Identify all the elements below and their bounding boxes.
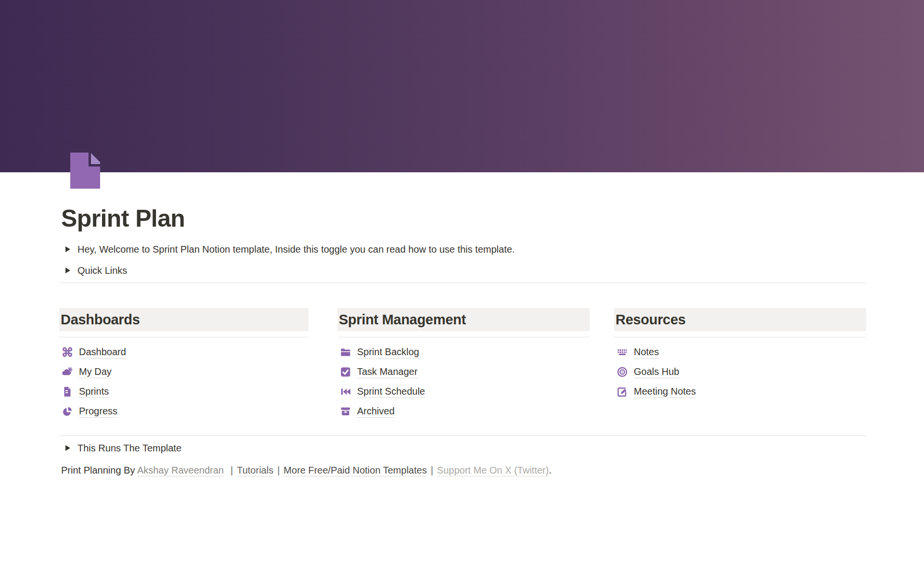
page-link-archived[interactable]: Archived [337, 401, 590, 421]
column-list: Dashboards ⌘ Dashboard [59, 308, 866, 421]
page-link-notes[interactable]: Notes [614, 342, 866, 362]
divider [59, 436, 866, 436]
page-link-sprint-backlog[interactable]: Sprint Backlog [337, 342, 590, 362]
separator: | [273, 465, 283, 475]
separator: | [224, 465, 237, 475]
page-link-sprint-schedule[interactable]: Sprint Schedule [337, 382, 590, 401]
page-link-meeting-notes[interactable]: Meeting Notes [614, 382, 866, 401]
compose-icon [617, 386, 628, 397]
column-dashboards: Dashboards ⌘ Dashboard [59, 308, 308, 421]
toggle-runs-template[interactable]: This Runs The Template [61, 441, 181, 455]
page-content: Sprint Plan Hey, Welcome to Sprint Plan … [59, 0, 866, 577]
column-resources: Resources N [614, 308, 866, 421]
divider [614, 337, 866, 337]
credits-suffix: . [549, 465, 552, 475]
credits-prefix: Print Planning By [61, 465, 137, 475]
checkbox-icon [340, 367, 351, 377]
folder-icon [340, 347, 351, 358]
page-title: Sprint Plan [61, 204, 185, 233]
notion-page: Sprint Plan Hey, Welcome to Sprint Plan … [0, 0, 924, 577]
credits-line: Print Planning By Akshay Raveendran|Tuto… [61, 463, 552, 478]
link-tutorials[interactable]: Tutorials [237, 465, 273, 476]
toggle-welcome[interactable]: Hey, Welcome to Sprint Plan Notion templ… [61, 242, 515, 256]
archive-icon [340, 406, 351, 417]
divider [59, 337, 308, 337]
link-list: Notes Goals Hub [614, 342, 866, 401]
document-icon [62, 386, 73, 397]
section-heading: Sprint Management [337, 308, 590, 331]
toggle-welcome-label: Hey, Welcome to Sprint Plan Notion templ… [77, 242, 515, 256]
pie-chart-icon [62, 406, 73, 417]
column-sprint-management: Sprint Management Sprint Backlog [337, 308, 590, 421]
link-more-templates[interactable]: More Free/Paid Notion Templates [283, 465, 427, 476]
toggle-quick-links-label: Quick Links [77, 263, 127, 278]
page-link-progress[interactable]: Progress [59, 401, 308, 421]
separator: | [427, 465, 437, 475]
command-icon: ⌘ [62, 347, 73, 358]
target-icon [617, 367, 628, 377]
keyboard-icon [617, 347, 628, 358]
link-list: ⌘ Dashboard [59, 342, 308, 421]
section-heading: Resources [614, 308, 866, 331]
rewind-icon [340, 386, 351, 397]
divider [59, 282, 866, 283]
page-link-my-day[interactable]: My Day [59, 362, 308, 382]
toggle-triangle-icon[interactable] [61, 445, 77, 451]
page-link-goals-hub[interactable]: Goals Hub [614, 362, 866, 382]
link-support-twitter[interactable]: Support Me On X (Twitter) [437, 465, 549, 476]
link-list: Sprint Backlog Task Manager [337, 342, 590, 421]
toggle-triangle-icon[interactable] [61, 246, 77, 253]
page-link-dashboard[interactable]: ⌘ Dashboard [59, 342, 308, 362]
link-author[interactable]: Akshay Raveendran [137, 465, 224, 476]
page-link-task-manager[interactable]: Task Manager [337, 362, 590, 382]
sun-cloud-icon [62, 367, 73, 377]
toggle-quick-links[interactable]: Quick Links [61, 263, 127, 278]
section-heading: Dashboards [59, 308, 308, 331]
page-link-sprints[interactable]: Sprints [59, 382, 308, 401]
divider [337, 337, 590, 337]
toggle-runs-template-label: This Runs The Template [77, 441, 181, 455]
toggle-triangle-icon[interactable] [61, 267, 77, 274]
